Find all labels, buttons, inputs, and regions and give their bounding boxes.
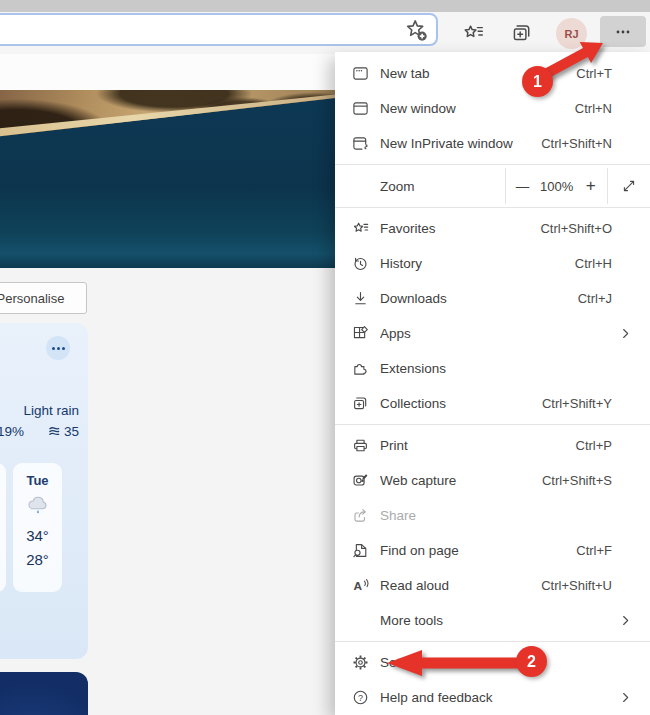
settings-gear-icon [352, 654, 369, 671]
menu-item-shortcut: Ctrl+Shift+Y [542, 396, 612, 411]
help-icon: ? [352, 689, 369, 706]
menu-item-label: History [380, 256, 422, 271]
chevron-right-icon [618, 613, 633, 628]
menu-item-label: More tools [380, 613, 443, 628]
ellipsis-icon [613, 23, 633, 41]
menu-item-shortcut: Ctrl+H [575, 256, 612, 271]
dot [52, 347, 55, 350]
address-bar[interactable] [0, 13, 438, 46]
add-favorite-icon[interactable] [404, 18, 428, 42]
settings-and-more-menu: New tab Ctrl+T New window Ctrl+N New InP… [335, 52, 650, 715]
rain-cloud-icon [25, 492, 51, 518]
menu-item-read-aloud[interactable]: A Read aloud Ctrl+Shift+U [335, 568, 650, 603]
menu-item-label: Favorites [380, 221, 436, 236]
chevron-right-icon [618, 326, 633, 341]
favorites-button[interactable] [461, 21, 485, 45]
precipitation-value: 19% [0, 424, 24, 439]
menu-item-label: Help and feedback [380, 690, 493, 705]
menu-item-new-inprivate-window[interactable]: New InPrivate window Ctrl+Shift+N [335, 126, 650, 161]
dot [62, 347, 65, 350]
menu-item-zoom: Zoom — 100% + [335, 168, 650, 204]
collections-icon [352, 395, 369, 412]
menu-item-apps[interactable]: Apps [335, 316, 650, 351]
svg-text:?: ? [358, 693, 363, 703]
menu-item-find-on-page[interactable]: Find on page Ctrl+F [335, 533, 650, 568]
menu-item-shortcut: Ctrl+Shift+S [542, 473, 612, 488]
web-capture-icon [352, 472, 369, 489]
forecast-day-tue[interactable]: Tue 34° 28° [13, 463, 62, 592]
air-quality-value: 35 [48, 424, 79, 439]
menu-item-history[interactable]: History Ctrl+H [335, 246, 650, 281]
zoom-label: Zoom [335, 179, 505, 194]
menu-item-label: Share [380, 508, 416, 523]
downloads-icon [352, 290, 369, 307]
menu-item-label: Extensions [380, 361, 446, 376]
menu-item-web-capture[interactable]: Web capture Ctrl+Shift+S [335, 463, 650, 498]
fullscreen-button[interactable] [608, 178, 650, 194]
weather-condition: Light rain [23, 403, 79, 418]
personalise-button[interactable]: Personalise [0, 282, 87, 314]
print-icon [352, 437, 369, 454]
menu-item-shortcut: Ctrl+Shift+U [541, 578, 612, 593]
menu-item-label: New tab [380, 66, 430, 81]
forecast-low: 28° [26, 548, 49, 572]
background-image [0, 90, 335, 268]
annotation-badge-1: 1 [522, 66, 553, 97]
favorites-icon [462, 22, 484, 44]
read-aloud-icon: A [352, 577, 369, 594]
chevron-right-icon [618, 690, 633, 705]
news-card[interactable] [0, 672, 88, 715]
menu-item-label: Find on page [380, 543, 459, 558]
annotation-badge-2: 2 [516, 646, 547, 677]
menu-item-extensions[interactable]: Extensions [335, 351, 650, 386]
dot [57, 347, 60, 350]
menu-item-more-tools[interactable]: More tools [335, 603, 650, 638]
new-window-icon [352, 100, 369, 117]
forecast-day-label: Tue [26, 473, 48, 488]
menu-item-shortcut: Ctrl+P [576, 438, 612, 453]
forecast-day-previous[interactable] [0, 463, 6, 592]
weather-more-button[interactable] [46, 336, 70, 360]
find-on-page-icon [352, 542, 369, 559]
window-top-strip [0, 0, 650, 12]
menu-item-label: Downloads [380, 291, 447, 306]
menu-separator [335, 207, 650, 208]
menu-item-shortcut: Ctrl+J [578, 291, 612, 306]
menu-item-downloads[interactable]: Downloads Ctrl+J [335, 281, 650, 316]
weather-widget[interactable]: Light rain 19% 35 Tue 34° [0, 323, 88, 659]
menu-item-shortcut: Ctrl+N [575, 101, 612, 116]
menu-separator [335, 424, 650, 425]
menu-item-label: Print [380, 438, 408, 453]
svg-text:A: A [353, 579, 362, 593]
zoom-value: 100% [539, 179, 575, 194]
forecast-high: 34° [26, 524, 49, 548]
menu-item-label: Apps [380, 326, 411, 341]
aqi-icon [48, 425, 61, 438]
menu-item-label: Web capture [380, 473, 456, 488]
annotation-arrow-2 [380, 640, 530, 686]
menu-item-shortcut: Ctrl+Shift+N [541, 136, 612, 151]
new-tab-icon [352, 65, 369, 82]
extensions-icon [352, 360, 369, 377]
menu-item-new-window[interactable]: New window Ctrl+N [335, 91, 650, 126]
menu-item-shortcut: Ctrl+F [576, 543, 612, 558]
menu-item-label: Read aloud [380, 578, 449, 593]
share-icon [352, 507, 369, 524]
fullscreen-icon [621, 178, 637, 194]
menu-item-collections[interactable]: Collections Ctrl+Shift+Y [335, 386, 650, 421]
menu-separator [335, 164, 650, 165]
zoom-in-button[interactable]: + [575, 176, 607, 196]
inprivate-icon [352, 135, 369, 152]
menu-item-shortcut: Ctrl+Shift+O [540, 221, 612, 236]
browser-window: Personalise Light rain 19% 35 Tue [0, 0, 650, 715]
zoom-out-button[interactable]: — [506, 179, 538, 194]
menu-item-favorites[interactable]: Favorites Ctrl+Shift+O [335, 211, 650, 246]
menu-item-print[interactable]: Print Ctrl+P [335, 428, 650, 463]
menu-item-label: New window [380, 101, 456, 116]
menu-item-share[interactable]: Share [335, 498, 650, 533]
favorites-icon [352, 220, 369, 237]
apps-icon [352, 325, 369, 342]
menu-item-label: Collections [380, 396, 446, 411]
history-icon [352, 255, 369, 272]
menu-item-label: New InPrivate window [380, 136, 513, 151]
